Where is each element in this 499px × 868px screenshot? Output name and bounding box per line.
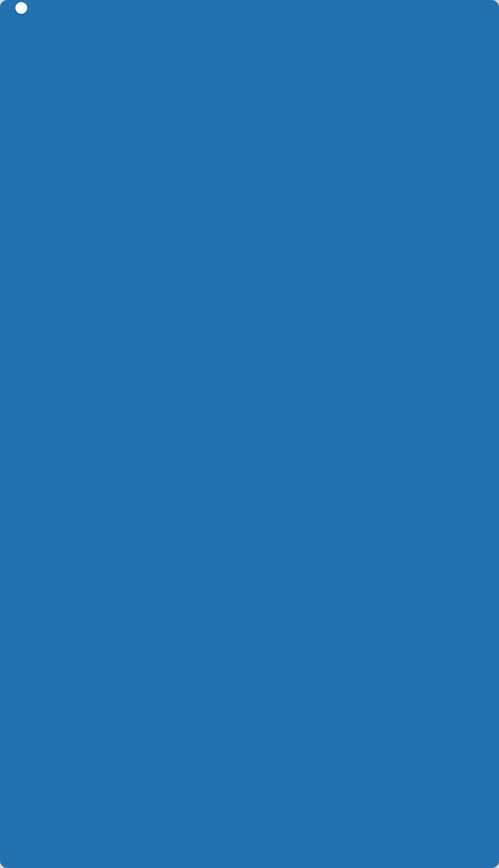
option-row-remove-global-styles: Remove Global Styles? xyxy=(23,708,476,743)
card-body: Disable Emojis?Disable Dashicons?Disable… xyxy=(12,49,487,868)
options-card: Options Disable Emojis?Disable Dashicons… xyxy=(11,11,488,868)
